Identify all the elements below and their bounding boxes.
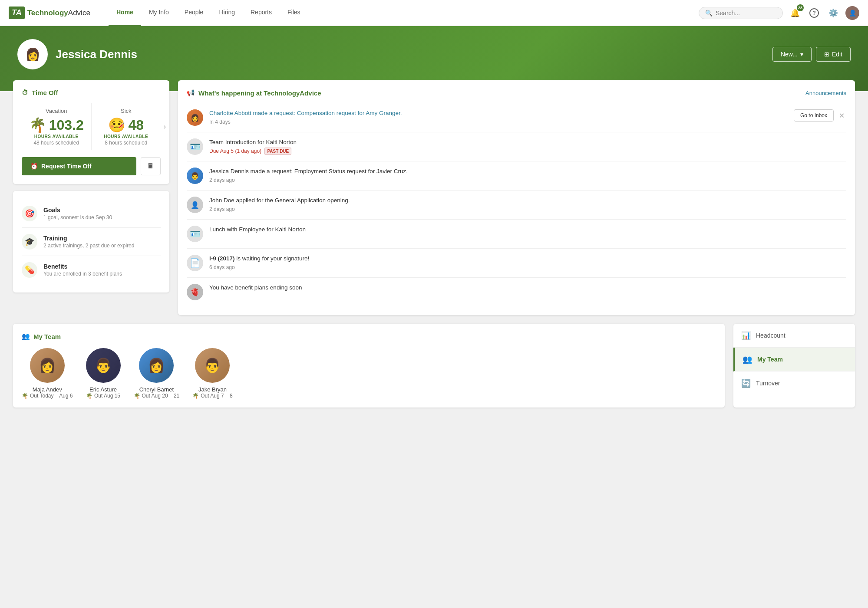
maja-status: 🌴 Out Today – Aug 6 <box>22 393 73 399</box>
time-off-columns: Vacation 🌴 103.2 HOURS AVAILABLE 48 hour… <box>22 103 161 150</box>
benefits-item[interactable]: 💊 Benefits You are enrolled in 3 benefit… <box>22 256 161 284</box>
new-button[interactable]: New... ▾ <box>772 47 812 62</box>
benefits-text: Benefits You are enrolled in 3 benefit p… <box>43 263 122 277</box>
hero-user: 👩 Jessica Dennis <box>17 39 137 69</box>
gear-icon: ⚙️ <box>828 8 838 18</box>
edit-button[interactable]: ⊞ Edit <box>816 47 851 62</box>
ann5-avatar-icon: 🪪 <box>190 229 201 239</box>
user-icon: 👤 <box>849 10 856 16</box>
maja-avatar-icon: 👩 <box>39 357 56 374</box>
palm-icon4: 🌴 <box>192 393 199 399</box>
member-jake[interactable]: 👨 Jake Bryan 🌴 Out Aug 7 – 8 <box>192 348 232 399</box>
announcement-7: 🫀 You have benefit plans ending soon <box>187 278 846 306</box>
announcements-link[interactable]: Announcements <box>805 90 846 96</box>
people-icon: 👥 <box>743 355 752 364</box>
arrow-right-icon: › <box>164 123 166 131</box>
sidebar-myteam[interactable]: 👥 My Team <box>733 348 855 371</box>
sidebar-turnover[interactable]: 🔄 Turnover <box>733 371 855 395</box>
logo[interactable]: TA TechnologyAdvice <box>9 7 96 19</box>
main-content: ⏱ Time Off Vacation 🌴 103.2 HOURS AVAILA… <box>0 80 868 421</box>
ann2-title: Team Introduction for Kaiti Norton <box>209 138 846 147</box>
request-icon: ⏰ <box>30 163 38 170</box>
time-off-buttons: ⏰ Request Time Off 🖩 <box>22 157 161 175</box>
nav-people[interactable]: People <box>177 0 211 26</box>
logo-icon: TA <box>9 7 25 19</box>
ann2-content: Team Introduction for Kaiti Norton Due A… <box>209 138 846 154</box>
past-due-badge: PAST DUE <box>264 148 291 155</box>
turnover-label: Turnover <box>756 380 780 387</box>
cheryl-name: Cheryl Barnet <box>134 386 180 393</box>
team-members: 👩 Maja Andev 🌴 Out Today – Aug 6 👨 Eric … <box>22 348 716 399</box>
vacation-unit: HOURS AVAILABLE <box>26 134 87 139</box>
info-items: 🎯 Goals 1 goal, soonest is due Sep 30 🎓 … <box>22 200 161 284</box>
go-to-inbox-button[interactable]: Go to Inbox <box>794 109 834 122</box>
jake-avatar: 👨 <box>195 348 230 383</box>
vacation-scheduled: 48 hours scheduled <box>26 140 87 146</box>
hero-actions: New... ▾ ⊞ Edit <box>772 47 851 62</box>
ann2-avatar: 🪪 <box>187 138 203 155</box>
calculator-button[interactable]: 🖩 <box>141 157 161 175</box>
calculator-icon: 🖩 <box>147 162 154 170</box>
ann7-content: You have benefit plans ending soon <box>209 284 846 292</box>
sick-label: Sick <box>96 108 157 114</box>
sick-icon: 🤒 <box>108 117 125 133</box>
nav-hiring[interactable]: Hiring <box>211 0 243 26</box>
nav-right: 🔍 🔔 28 ? ⚙️ 👤 <box>699 6 859 20</box>
training-icon: 🎓 <box>22 234 37 250</box>
announcement-5: 🪪 Lunch with Employee for Kaiti Norton <box>187 220 846 249</box>
sick-scheduled: 8 hours scheduled <box>96 140 157 146</box>
search-input[interactable] <box>716 10 776 16</box>
grid-icon: ⊞ <box>824 51 829 58</box>
nav-home[interactable]: Home <box>109 0 141 26</box>
ann6-title: I-9 (2017) is waiting for your signature… <box>209 255 846 263</box>
member-cheryl[interactable]: 👩 Cheryl Barnet 🌴 Out Aug 20 – 21 <box>134 348 180 399</box>
goals-text: Goals 1 goal, soonest is due Sep 30 <box>43 207 112 220</box>
bottom-section: 👥 My Team 👩 Maja Andev 🌴 Out Today – Aug… <box>13 324 855 408</box>
ann7-avatar-icon: 🫀 <box>190 287 200 297</box>
left-column: ⏱ Time Off Vacation 🌴 103.2 HOURS AVAILA… <box>13 80 169 315</box>
notifications-button[interactable]: 🔔 28 <box>788 6 802 20</box>
ann1-avatar-icon: 👩 <box>191 114 199 122</box>
nav-files[interactable]: Files <box>280 0 308 26</box>
close-ann1-button[interactable]: ✕ <box>837 110 846 122</box>
ann4-content: John Doe applied for the General Applica… <box>209 197 846 212</box>
bar-chart-icon: 📊 <box>741 331 751 340</box>
sidebar-widget: 📊 Headcount 👥 My Team 🔄 Turnover <box>733 324 855 408</box>
settings-button[interactable]: ⚙️ <box>826 6 840 20</box>
cheryl-status: 🌴 Out Aug 20 – 21 <box>134 393 180 399</box>
announcements-header: 📢 What's happening at TechnologyAdvice A… <box>187 89 846 103</box>
palm-tree-icon: 🌴 <box>29 117 46 133</box>
request-time-off-button[interactable]: ⏰ Request Time Off <box>22 157 136 175</box>
member-eric[interactable]: 👨 Eric Asture 🌴 Out Aug 15 <box>86 348 121 399</box>
clock-icon: ⏱ <box>22 89 28 96</box>
goals-item[interactable]: 🎯 Goals 1 goal, soonest is due Sep 30 <box>22 200 161 228</box>
refresh-icon: 🔄 <box>741 378 751 388</box>
nav-myinfo[interactable]: My Info <box>141 0 177 26</box>
ann7-avatar: 🫀 <box>187 284 203 300</box>
ann6-time: 6 days ago <box>209 264 846 270</box>
ann1-link[interactable]: Charlotte Abbott made a request: Compens… <box>209 110 402 116</box>
ann4-avatar-icon: 👤 <box>191 201 199 209</box>
eric-avatar-icon: 👨 <box>95 357 112 374</box>
training-subtitle: 2 active trainings, 2 past due or expire… <box>43 243 134 249</box>
search-bar[interactable]: 🔍 <box>699 7 783 19</box>
time-off-card: ⏱ Time Off Vacation 🌴 103.2 HOURS AVAILA… <box>13 80 169 184</box>
sidebar-headcount[interactable]: 📊 Headcount <box>733 324 855 348</box>
user-avatar-nav[interactable]: 👤 <box>845 6 859 20</box>
palm-icon3: 🌴 <box>134 393 140 399</box>
ann6-avatar: 📄 <box>187 255 203 271</box>
sick-column: Sick 🤒 48 HOURS AVAILABLE 8 hours schedu… <box>91 103 161 150</box>
ann4-title: John Doe applied for the General Applica… <box>209 197 846 205</box>
nav-reports[interactable]: Reports <box>243 0 280 26</box>
ann2-time: Due Aug 5 (1 day ago) PAST DUE <box>209 148 846 154</box>
goals-subtitle: 1 goal, soonest is due Sep 30 <box>43 214 112 220</box>
announcement-3: 👨 Jessica Dennis made a request: Employm… <box>187 161 846 191</box>
hero-username: Jessica Dennis <box>56 48 137 61</box>
announcements-card: 📢 What's happening at TechnologyAdvice A… <box>178 80 855 315</box>
help-button[interactable]: ? <box>807 6 821 20</box>
training-item[interactable]: 🎓 Training 2 active trainings, 2 past du… <box>22 228 161 256</box>
headcount-label: Headcount <box>756 332 785 339</box>
member-maja[interactable]: 👩 Maja Andev 🌴 Out Today – Aug 6 <box>22 348 73 399</box>
ann4-avatar: 👤 <box>187 197 203 213</box>
ann1-time: In 4 days <box>209 119 788 125</box>
